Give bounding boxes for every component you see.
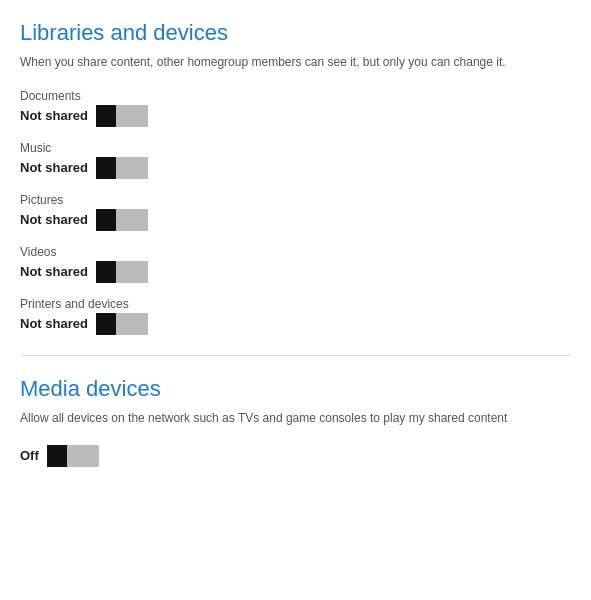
item-row-documents: DocumentsNot shared — [20, 89, 571, 127]
toggle-videos[interactable] — [96, 261, 148, 283]
item-row-music: MusicNot shared — [20, 141, 571, 179]
toggle-track — [47, 445, 99, 467]
item-row-videos: VideosNot shared — [20, 245, 571, 283]
toggle-thumb — [96, 313, 116, 335]
media-description: Allow all devices on the network such as… — [20, 410, 571, 427]
toggle-thumb — [96, 261, 116, 283]
media-status: Off — [20, 448, 39, 463]
item-label-videos: Videos — [20, 245, 571, 259]
item-row-pictures: PicturesNot shared — [20, 193, 571, 231]
media-toggle[interactable] — [47, 445, 99, 467]
section-divider — [20, 355, 571, 356]
item-label-printers: Printers and devices — [20, 297, 571, 311]
toggle-thumb — [96, 105, 116, 127]
item-status-pictures: Not shared — [20, 212, 88, 227]
toggle-music[interactable] — [96, 157, 148, 179]
libraries-title: Libraries and devices — [20, 20, 571, 46]
item-status-music: Not shared — [20, 160, 88, 175]
toggle-track — [96, 157, 148, 179]
libraries-description: When you share content, other homegroup … — [20, 54, 571, 71]
toggle-track — [96, 261, 148, 283]
toggle-thumb — [96, 157, 116, 179]
toggle-track — [96, 313, 148, 335]
item-label-music: Music — [20, 141, 571, 155]
item-row-printers: Printers and devicesNot shared — [20, 297, 571, 335]
media-title: Media devices — [20, 376, 571, 402]
toggle-printers[interactable] — [96, 313, 148, 335]
toggle-track — [96, 105, 148, 127]
toggle-thumb — [47, 445, 67, 467]
toggle-track — [96, 209, 148, 231]
toggle-pictures[interactable] — [96, 209, 148, 231]
item-status-printers: Not shared — [20, 316, 88, 331]
item-status-documents: Not shared — [20, 108, 88, 123]
toggle-documents[interactable] — [96, 105, 148, 127]
media-devices-row: Off — [20, 445, 571, 467]
toggle-thumb — [96, 209, 116, 231]
item-status-videos: Not shared — [20, 264, 88, 279]
item-label-documents: Documents — [20, 89, 571, 103]
item-label-pictures: Pictures — [20, 193, 571, 207]
